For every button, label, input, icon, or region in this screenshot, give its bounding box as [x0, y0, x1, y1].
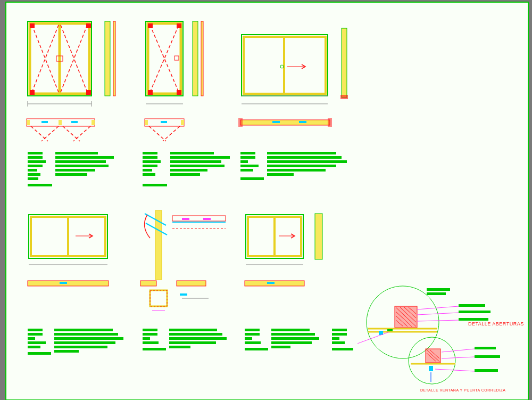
svg-line-105 [417, 320, 459, 321]
svg-rect-58 [299, 121, 306, 123]
svg-rect-13 [113, 21, 115, 96]
svg-rect-26 [193, 21, 198, 96]
svg-rect-39 [27, 120, 30, 125]
svg-rect-17 [146, 21, 183, 96]
svg-rect-81 [315, 214, 322, 259]
svg-line-103 [417, 306, 459, 309]
svg-rect-23 [148, 90, 153, 95]
window-section-vertical [145, 210, 226, 311]
svg-rect-73 [150, 290, 167, 306]
svg-rect-50 [181, 120, 184, 125]
svg-rect-9 [30, 90, 35, 95]
svg-rect-85 [140, 281, 156, 286]
svg-line-43 [41, 126, 59, 141]
window-small-plan [245, 281, 304, 286]
svg-rect-83 [28, 281, 109, 286]
svg-rect-102 [387, 329, 393, 331]
svg-rect-21 [148, 23, 153, 28]
svg-line-51 [149, 126, 166, 141]
svg-rect-40 [92, 120, 95, 125]
svg-rect-56 [328, 118, 332, 127]
svg-line-106 [358, 332, 389, 344]
svg-rect-84 [60, 282, 67, 284]
svg-line-118 [435, 369, 475, 371]
detail-circle-small [409, 337, 475, 384]
svg-rect-47 [71, 121, 78, 123]
svg-rect-57 [272, 121, 280, 123]
svg-line-52 [163, 126, 180, 141]
svg-rect-24 [177, 90, 181, 95]
window-sliding-elevation [29, 215, 107, 265]
svg-line-42 [31, 126, 48, 141]
svg-rect-35 [342, 28, 347, 97]
sheet-title: DETALLE ABERTURAS [468, 321, 524, 326]
door-single-elevation [146, 21, 203, 104]
svg-line-116 [442, 349, 475, 352]
svg-rect-71 [203, 218, 211, 220]
svg-rect-22 [177, 23, 181, 28]
sheet-subtitle: DETALLE VENTANA Y PUERTA CORREDIZA [420, 388, 506, 392]
svg-rect-70 [182, 218, 189, 220]
drawing-sheet: DETALLE ABERTURAS DETALLE VENTANA Y PUER… [5, 2, 529, 400]
svg-rect-67 [172, 216, 226, 221]
window-small-elevation [246, 214, 322, 265]
svg-rect-10 [86, 90, 91, 95]
svg-rect-25 [174, 56, 179, 60]
drawing-canvas [6, 3, 528, 399]
svg-rect-7 [30, 23, 35, 28]
svg-rect-36 [340, 95, 348, 99]
svg-rect-18 [148, 23, 181, 94]
door-single-plan [145, 119, 184, 141]
door-sliding-elevation [242, 28, 348, 104]
svg-rect-76 [180, 293, 187, 296]
svg-rect-114 [429, 366, 433, 371]
detail-circle-large [358, 286, 459, 358]
window-sliding-plan [28, 281, 109, 286]
svg-rect-12 [105, 21, 110, 96]
door-sliding-plan [238, 118, 332, 127]
svg-rect-46 [41, 121, 48, 123]
svg-rect-88 [267, 282, 275, 284]
svg-rect-8 [86, 23, 91, 28]
svg-rect-72 [150, 290, 167, 306]
svg-line-45 [73, 126, 90, 141]
svg-rect-27 [201, 21, 203, 96]
door-double-elevation [28, 21, 115, 107]
door-double-plan [27, 119, 95, 141]
svg-rect-55 [238, 118, 243, 127]
svg-rect-86 [177, 281, 206, 286]
svg-line-44 [63, 126, 80, 141]
svg-rect-54 [240, 120, 330, 125]
cad-viewport: DETALLE ABERTURAS DETALLE VENTANA Y PUER… [0, 0, 532, 400]
svg-line-117 [442, 357, 475, 358]
svg-rect-41 [59, 120, 62, 125]
svg-rect-49 [145, 120, 148, 125]
window-section-plan [140, 281, 206, 286]
svg-rect-53 [161, 121, 167, 123]
